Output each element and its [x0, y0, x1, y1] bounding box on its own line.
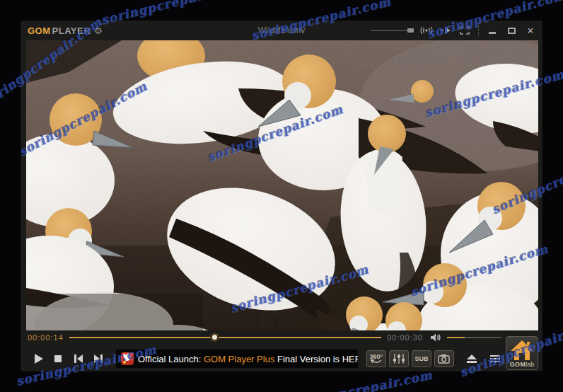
player-window: Wildlife.wmv GOMPLAYER ⚙: [20, 20, 543, 372]
gomlab-house-icon: [510, 340, 534, 361]
eject-button[interactable]: [465, 352, 479, 366]
gannet-bird: [26, 292, 222, 330]
brand-gom: GOM: [28, 25, 51, 36]
ad-text: Official Launch: GOM Player Plus Final V…: [138, 354, 358, 364]
close-button[interactable]: ✕: [524, 24, 537, 37]
video-frame[interactable]: [26, 40, 538, 330]
minimize-button[interactable]: [486, 24, 499, 37]
gom-player-logo: GOMPLAYER ⚙: [28, 25, 103, 36]
ad-highlight: GOM Player Plus: [204, 354, 274, 364]
titlebar-slider-track: [371, 30, 407, 31]
gom-app-icon: [121, 352, 134, 365]
play-button[interactable]: [30, 351, 46, 367]
control-bar: Official Launch: GOM Player Plus Final V…: [21, 345, 542, 373]
rotate-360-button[interactable]: 360°: [366, 350, 386, 367]
timeline-row: 00:00:14 00:00:30: [21, 330, 542, 345]
stop-button[interactable]: [50, 351, 66, 367]
volume-fill: [447, 337, 465, 338]
titlebar-slider[interactable]: [371, 28, 414, 33]
total-time: 00:00:30: [387, 333, 423, 342]
equalizer-button[interactable]: [389, 350, 409, 367]
menu-button[interactable]: [488, 352, 501, 366]
gear-icon[interactable]: ⚙: [94, 25, 103, 36]
next-button[interactable]: [91, 351, 106, 367]
current-time: 00:00:14: [28, 333, 64, 342]
broadcast-icon[interactable]: [420, 24, 433, 37]
fullscreen-icon[interactable]: [458, 24, 471, 37]
gomlab-label: GOMlab: [510, 361, 535, 368]
titlebar-slider-knob[interactable]: [407, 28, 414, 33]
seek-track[interactable]: [69, 337, 381, 338]
volume-icon[interactable]: [429, 330, 443, 345]
volume-slider[interactable]: [447, 337, 501, 338]
previous-button[interactable]: [70, 351, 86, 367]
quick-play-icon[interactable]: [439, 24, 452, 37]
subtitle-button[interactable]: SUB: [412, 350, 431, 367]
brand-player: PLAYER: [52, 25, 91, 36]
ad-banner[interactable]: Official Launch: GOM Player Plus Final V…: [116, 350, 358, 368]
gomlab-button[interactable]: GOMlab: [506, 336, 538, 370]
seek-handle[interactable]: [210, 333, 219, 342]
seek-bar[interactable]: [69, 333, 381, 342]
video-scene: [26, 40, 538, 330]
snapshot-button[interactable]: [434, 350, 454, 367]
title-bar[interactable]: Wildlife.wmv GOMPLAYER ⚙: [21, 21, 542, 40]
titlebar-divider: [478, 25, 479, 35]
maximize-button[interactable]: [505, 24, 518, 37]
